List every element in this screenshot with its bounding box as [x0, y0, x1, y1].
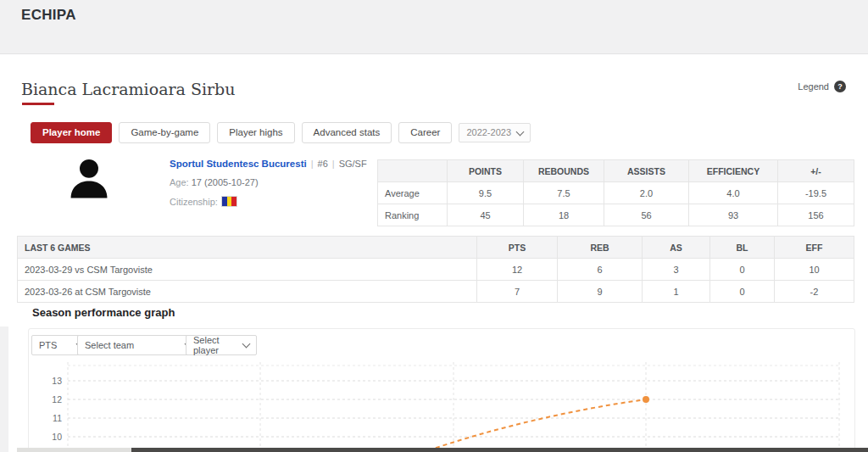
title-accent-underline: [22, 103, 54, 105]
legend-control[interactable]: Legend ?: [798, 81, 846, 92]
last6-header-row: LAST 6 GAMES PTS REB AS BL EFF: [18, 237, 854, 259]
table-row-game: 2023-03-26 at CSM Targoviste 7 9 1 0 -2: [18, 281, 854, 303]
season-dropdown[interactable]: 2022-2023: [459, 123, 531, 142]
tab-advanced-stats[interactable]: Advanced stats: [302, 122, 392, 143]
player-dropdown-value: Select player: [193, 335, 243, 355]
summary-col-blank: [378, 160, 448, 182]
section-title-performance: Season performance graph: [32, 306, 175, 319]
cell: 4.0: [689, 182, 778, 204]
bottom-scrollbar-thumb[interactable]: [131, 448, 868, 452]
data-point-dot: [643, 396, 649, 403]
cell: -2: [775, 281, 854, 303]
last6-col-as: AS: [643, 237, 710, 259]
last6-col-eff: EFF: [775, 237, 854, 259]
cell: 7: [477, 281, 558, 303]
cell: 56: [604, 204, 689, 226]
summary-header-row: POINTS REBOUNDS ASSISTS EFFICIENCY +/-: [378, 160, 854, 182]
cell: 18: [524, 204, 604, 226]
cell: 0: [710, 259, 775, 281]
table-row-game: 2023-03-29 vs CSM Targoviste 12 6 3 0 10: [18, 259, 854, 281]
player-citizenship-row: Citizenship:: [170, 196, 367, 207]
app-title: ECHIPA: [21, 7, 76, 24]
player-age-row: Age: 17 (2005-10-27): [170, 177, 367, 187]
separator: |: [332, 159, 335, 169]
table-row-ranking: Ranking 45 18 56 93 156: [378, 204, 854, 226]
pts-series-line: [421, 399, 646, 452]
summary-col-rebounds: REBOUNDS: [524, 160, 604, 182]
game-label: 2023-03-29 vs CSM Targoviste: [18, 259, 477, 281]
romania-flag-icon: [221, 196, 237, 207]
cell: 10: [775, 259, 854, 281]
tab-player-highs[interactable]: Player highs: [217, 122, 294, 143]
cell: 9.5: [448, 182, 524, 204]
performance-chart: [17, 356, 854, 452]
page-title: Bianca Lacramioara Sirbu: [21, 80, 236, 98]
summary-col-plusminus: +/-: [778, 160, 854, 182]
chevron-down-icon: [516, 127, 525, 136]
player-avatar-icon: [64, 158, 114, 200]
season-dropdown-value: 2022-2023: [466, 124, 511, 142]
cell: 93: [689, 204, 778, 226]
bottom-scrollbar-track[interactable]: [17, 448, 131, 452]
chevron-down-icon: [242, 340, 251, 349]
summary-col-efficiency: EFFICIENCY: [689, 160, 778, 182]
tab-game-by-game[interactable]: Game-by-game: [119, 122, 210, 143]
last6-col-pts: PTS: [477, 237, 558, 259]
cell: 12: [477, 259, 558, 281]
stat-dropdown-value: PTS: [39, 340, 57, 350]
player-position: SG/SF: [339, 159, 367, 169]
summary-col-points: POINTS: [448, 160, 524, 182]
player-team-row: Sportul Studentesc Bucuresti | #6 | SG/S…: [170, 159, 367, 169]
cell: 156: [778, 204, 854, 226]
citizenship-label: Citizenship:: [170, 197, 218, 207]
cell: 2.0: [604, 182, 689, 204]
team-dropdown-value: Select team: [85, 340, 134, 350]
cell: 45: [448, 204, 524, 226]
separator: |: [311, 159, 314, 169]
team-dropdown[interactable]: Select team: [77, 335, 199, 355]
tab-player-home[interactable]: Player home: [31, 122, 112, 143]
question-icon[interactable]: ?: [834, 81, 846, 92]
cell: 3: [643, 259, 710, 281]
player-number: #6: [318, 159, 328, 169]
tab-career[interactable]: Career: [398, 122, 452, 143]
last6-col-bl: BL: [710, 237, 775, 259]
table-row-average: Average 9.5 7.5 2.0 4.0 -19.5: [378, 182, 854, 204]
last6-title: LAST 6 GAMES: [18, 237, 477, 259]
cell: -19.5: [778, 182, 854, 204]
player-dropdown[interactable]: Select player: [186, 335, 257, 355]
cell: 1: [643, 281, 710, 303]
legend-label: Legend: [798, 81, 829, 92]
app-header: ECHIPA: [0, 0, 868, 54]
cell: 6: [558, 259, 643, 281]
cell: 7.5: [524, 182, 604, 204]
last6-col-reb: REB: [558, 237, 643, 259]
page-gutter: [0, 326, 8, 452]
row-label: Ranking: [378, 204, 448, 226]
season-summary-table: POINTS REBOUNDS ASSISTS EFFICIENCY +/- A…: [377, 159, 854, 226]
age-value: 17 (2005-10-27): [192, 177, 259, 187]
age-label: Age:: [170, 177, 189, 187]
row-label: Average: [378, 182, 448, 204]
cell: 9: [558, 281, 643, 303]
player-info: Sportul Studentesc Bucuresti | #6 | SG/S…: [170, 159, 367, 215]
cell: 0: [710, 281, 775, 303]
team-link[interactable]: Sportul Studentesc Bucuresti: [170, 159, 307, 169]
game-label: 2023-03-26 at CSM Targoviste: [18, 281, 477, 303]
last-6-games-table: LAST 6 GAMES PTS REB AS BL EFF 2023-03-2…: [17, 236, 854, 303]
player-tabs: Player home Game-by-game Player highs Ad…: [31, 122, 531, 143]
summary-col-assists: ASSISTS: [604, 160, 689, 182]
